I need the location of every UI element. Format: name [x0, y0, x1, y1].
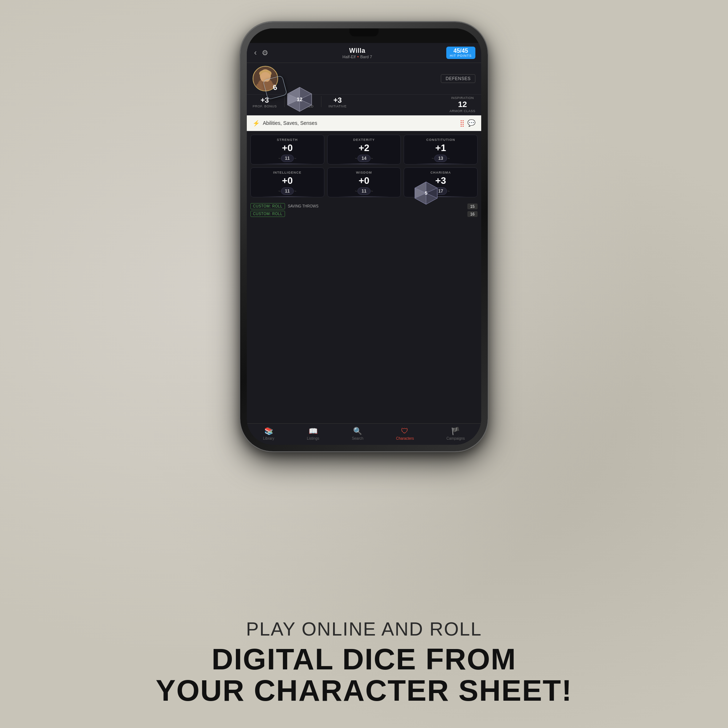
ability-card-strength[interactable]: STRENGTH +0 11 [251, 135, 324, 165]
character-race: Half-Elf [343, 55, 356, 59]
hp-badge[interactable]: 45/45 HIT POINTS [446, 47, 476, 59]
search-icon: 🔍 [353, 427, 362, 435]
character-class-level: Bard 7 [360, 55, 372, 59]
inspiration-row: +3 PROF. BONUS FT. WLK. SPEED +3 INITIAT… [247, 95, 481, 115]
library-label: Library [263, 436, 274, 440]
ability-modifier-1: +2 [330, 143, 399, 153]
abilities-grid: STRENGTH +0 11 DEXTERITY +2 14 CONSTITUT… [247, 131, 481, 201]
ability-name-1: DEXTERITY [330, 138, 399, 142]
listings-label: Listings [307, 436, 319, 440]
inspiration-label-text: INSPIRATION [450, 96, 476, 100]
ability-name-2: CONSTITUTION [406, 138, 475, 142]
tagline-line2: YOUR CHARACTER SHEET! [156, 674, 572, 707]
app-header: ‹ ⚙ Willa Half-Elf ● Bard 7 45/45 HIT PO… [247, 43, 481, 63]
campaigns-label: Campaigns [447, 436, 465, 440]
character-name: Willa [268, 47, 446, 55]
phone-outer: ‹ ⚙ Willa Half-Elf ● Bard 7 45/45 HIT PO… [240, 22, 488, 451]
ability-card-constitution[interactable]: CONSTITUTION +1 13 [404, 135, 477, 165]
ability-score-2: 13 [434, 155, 447, 162]
defenses-button[interactable]: DEFENSES [441, 74, 476, 83]
saving-throws-label: SAVING THROWS [288, 204, 465, 208]
ability-score-4: 11 [358, 187, 370, 195]
ability-score-0: 11 [281, 155, 294, 162]
character-subtitle: Half-Elf ● Bard 7 [268, 55, 446, 59]
armor-class-group: INSPIRATION 12 ARMOR CLASS [450, 96, 476, 113]
tagline-top: PLAY ONLINE AND ROLL [37, 618, 691, 640]
gear-icon[interactable]: ⚙ [262, 48, 268, 57]
ability-card-intelligence[interactable]: INTELLIGENCE +0 11 [251, 167, 324, 197]
hp-label: HIT POINTS [450, 54, 472, 58]
ability-card-dexterity[interactable]: DEXTERITY +2 14 [327, 135, 401, 165]
grid-view-icon[interactable]: ⣿ [460, 119, 465, 127]
roll-value-1: 15 [467, 203, 477, 209]
nav-campaigns[interactable]: 🏴 Campaigns [447, 427, 465, 440]
stat-initiative: +3 INITIATIVE [329, 96, 347, 113]
dice-d20-small[interactable]: 5 [414, 181, 438, 205]
listings-icon: 📖 [309, 427, 318, 435]
initiative-label: INITIATIVE [329, 104, 347, 108]
custom-roll-area: CUSTOM: ROLL SAVING THROWS 15 CUSTOM: RO… [247, 201, 481, 220]
status-bar [247, 28, 481, 43]
campaigns-icon: 🏴 [451, 427, 460, 435]
header-center: Willa Half-Elf ● Bard 7 [268, 47, 446, 59]
library-icon: 📚 [264, 427, 273, 435]
svg-text:12: 12 [297, 96, 303, 102]
tagline-bottom: DIGITAL DICE FROM YOUR CHARACTER SHEET! [37, 644, 691, 706]
dot-divider: ● [357, 55, 359, 58]
custom-roll-label-1[interactable]: CUSTOM: ROLL [251, 203, 285, 209]
svg-text:5: 5 [425, 190, 427, 196]
ability-name-5: CHARISMA [406, 171, 475, 174]
armor-class-label: ARMOR CLASS [450, 109, 476, 113]
ability-modifier-3: +0 [253, 176, 322, 185]
initiative-value: +3 [329, 96, 347, 104]
ability-modifier-4: +0 [330, 176, 399, 185]
prof-bonus-label: PROF. BONUS [252, 104, 277, 108]
hp-value: 45/45 [450, 48, 472, 54]
header-left: ‹ ⚙ [252, 47, 268, 59]
stat-prof-bonus: +3 PROF. BONUS [252, 96, 277, 113]
abilities-section-header: ⚡ Abilities, Saves, Senses ⣿ 💬 [247, 115, 481, 131]
back-button[interactable]: ‹ [252, 47, 258, 59]
search-label: Search [352, 436, 364, 440]
section-icon: ⚡ [252, 120, 260, 127]
ability-name-4: WISDOM [330, 171, 399, 174]
tagline-area: PLAY ONLINE AND ROLL DIGITAL DICE FROM Y… [37, 618, 691, 706]
ability-card-wisdom[interactable]: WISDOM +0 11 [327, 167, 401, 197]
nav-listings[interactable]: 📖 Listings [307, 427, 319, 440]
custom-roll-1: CUSTOM: ROLL SAVING THROWS 15 [251, 203, 477, 209]
ability-modifier-2: +1 [406, 143, 475, 153]
section-title: Abilities, Saves, Senses [263, 120, 457, 126]
inspiration-value-text: 12 [450, 100, 476, 109]
stat-divider-1 [284, 96, 284, 107]
ability-name-0: STRENGTH [253, 138, 322, 142]
ability-score-3: 11 [281, 187, 294, 195]
nav-characters[interactable]: 🛡 Characters [396, 427, 414, 440]
chat-icon[interactable]: 💬 [467, 119, 476, 127]
bottom-nav: 📚 Library 📖 Listings 🔍 Search 🛡 Characte… [247, 423, 481, 445]
dice-d20[interactable]: 12 [287, 87, 312, 112]
stat-divider-2 [321, 96, 321, 107]
characters-label: Characters [396, 436, 414, 440]
svg-point-6 [268, 74, 269, 76]
characters-icon: 🛡 [401, 427, 408, 435]
nav-library[interactable]: 📚 Library [263, 427, 274, 440]
ability-score-1: 14 [358, 155, 370, 162]
custom-roll-label-2[interactable]: CUSTOM: ROLL [251, 211, 285, 217]
roll-value-2: 16 [467, 211, 477, 217]
svg-point-5 [262, 74, 263, 76]
tagline-line1: DIGITAL DICE FROM [211, 642, 516, 676]
ability-name-3: INTELLIGENCE [253, 171, 322, 174]
nav-search[interactable]: 🔍 Search [352, 427, 364, 440]
phone-mockup: ‹ ⚙ Willa Half-Elf ● Bard 7 45/45 HIT PO… [240, 22, 488, 451]
ability-modifier-0: +0 [253, 143, 322, 153]
phone-screen: ‹ ⚙ Willa Half-Elf ● Bard 7 45/45 HIT PO… [247, 28, 481, 445]
svg-point-2 [259, 70, 272, 77]
custom-roll-2: CUSTOM: ROLL 16 [251, 211, 477, 217]
